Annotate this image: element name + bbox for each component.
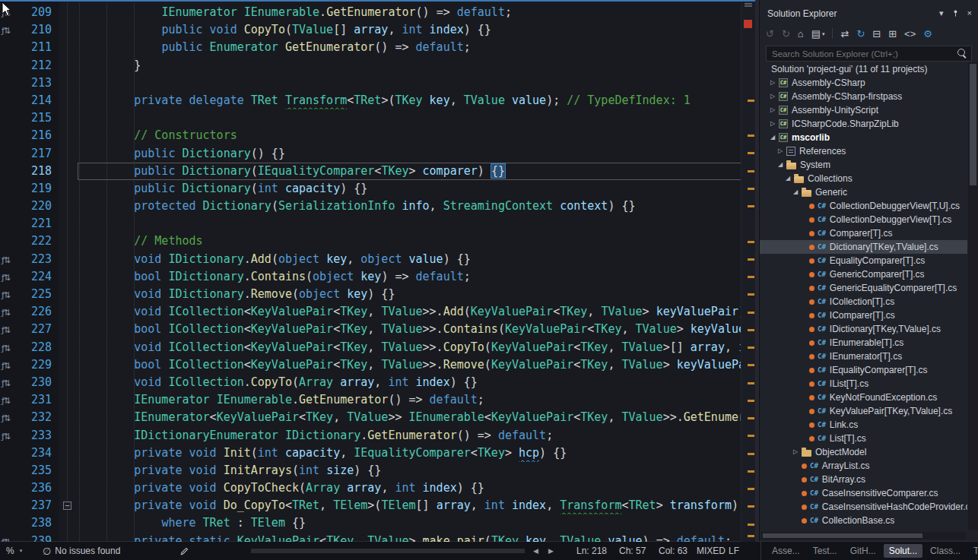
tree-item[interactable]: ▷C#ICSharpCode.SharpZipLib — [760, 117, 967, 131]
folding-margin[interactable] — [59, 4, 78, 21]
glyph-margin[interactable]: ƒ⇅ — [0, 268, 18, 286]
tree-item[interactable]: C#ArrayList.cs — [760, 459, 967, 473]
line-number[interactable]: 219 — [18, 180, 59, 198]
code-line[interactable]: ƒ⇅209 IEnumerator IEnumerable.GetEnumera… — [0, 4, 755, 21]
glyph-margin[interactable] — [0, 92, 18, 109]
line-number[interactable]: 214 — [18, 92, 59, 109]
collapsed-arrow-icon[interactable]: ▷ — [778, 148, 786, 154]
bottom-tab[interactable]: Test... — [808, 544, 843, 558]
code-line[interactable]: 234 private void Init(int capacity, IEqu… — [0, 445, 755, 462]
code-line[interactable]: ƒ⇅229 bool ICollection<KeyValuePair<TKey… — [0, 356, 755, 374]
code-text[interactable]: where TRet : TElem {} — [78, 514, 755, 532]
pen-icon[interactable] — [180, 542, 189, 560]
implements-indicator-icon[interactable]: ƒ⇅ — [2, 273, 10, 283]
line-number[interactable]: 231 — [18, 391, 59, 409]
tree-item[interactable]: ▷C#Assembly-UnityScript — [760, 103, 967, 117]
column-indicator[interactable]: Col: 63 — [659, 542, 687, 560]
folding-margin[interactable] — [59, 215, 78, 233]
folding-margin[interactable] — [59, 286, 78, 303]
code-line[interactable]: ƒ⇅233 IDictionaryEnumerator IDictionary.… — [0, 427, 755, 445]
folding-margin[interactable] — [59, 427, 78, 445]
code-text[interactable]: void IDictionary.Add(object key, object … — [78, 251, 755, 268]
code-line[interactable]: 222 // Methods — [0, 233, 755, 250]
folding-margin[interactable] — [59, 268, 78, 286]
tree-item[interactable]: ◢Collections — [760, 172, 967, 185]
code-line[interactable]: ƒ⇅225 void IDictionary.Remove(object key… — [0, 286, 755, 303]
horizontal-scrollbar-thumb[interactable] — [251, 549, 525, 553]
implements-indicator-icon[interactable]: ƒ⇅ — [2, 255, 10, 265]
code-line[interactable]: 213 — [0, 74, 755, 92]
code-text[interactable]: } — [78, 57, 755, 74]
glyph-margin[interactable]: ƒ⇅ — [0, 303, 18, 321]
tree-item[interactable]: C#IEnumerator[T].cs — [760, 350, 967, 363]
glyph-margin[interactable] — [0, 74, 18, 92]
code-line[interactable]: ƒ⇅223 void IDictionary.Add(object key, o… — [0, 251, 755, 268]
glyph-margin[interactable] — [0, 109, 18, 127]
glyph-margin[interactable]: ƒ⇅ — [0, 427, 18, 445]
line-number[interactable]: 220 — [18, 198, 59, 215]
tree-item[interactable]: C#IList[T].cs — [760, 377, 967, 391]
folding-margin[interactable] — [59, 251, 78, 268]
code-text[interactable]: void ICollection<KeyValuePair<TKey, TVal… — [78, 339, 755, 356]
code-text[interactable] — [78, 215, 755, 233]
tree-item[interactable]: ▷ObjectModel — [760, 445, 967, 459]
glyph-margin[interactable]: ƒ⇅ — [0, 409, 18, 426]
zoom-control[interactable]: % ▾ — [6, 542, 22, 560]
glyph-margin[interactable] — [0, 39, 18, 56]
folding-margin[interactable] — [59, 198, 78, 215]
code-line[interactable]: 215 — [0, 109, 755, 127]
line-number[interactable]: 221 — [18, 215, 59, 233]
collapsed-arrow-icon[interactable]: ▷ — [770, 80, 779, 86]
tree-item[interactable]: C#BitArray.cs — [760, 473, 967, 486]
tree-item[interactable]: ▷C#Assembly-CSharp — [760, 76, 967, 90]
collapsed-arrow-icon[interactable]: ▷ — [770, 107, 779, 113]
glyph-margin[interactable] — [0, 479, 18, 497]
code-line[interactable]: ƒ⇅230 void ICollection.CopyTo(Array arra… — [0, 374, 755, 391]
fold-collapse-icon[interactable]: − — [63, 501, 71, 510]
code-line[interactable]: 238 where TRet : TElem {} — [0, 514, 755, 532]
code-line[interactable]: ƒ⇅231 IEnumerator IEnumerable.GetEnumera… — [0, 391, 755, 409]
implements-indicator-icon[interactable]: ƒ⇅ — [2, 343, 10, 353]
folding-margin[interactable]: − — [59, 497, 78, 514]
tree-item[interactable]: Solution 'project-gui' (11 of 11 project… — [760, 62, 967, 76]
code-text[interactable]: public Dictionary(int capacity) {} — [78, 180, 755, 198]
glyph-margin[interactable]: ƒ⇅ — [0, 321, 18, 338]
tree-item[interactable]: ◢C#mscorlib — [760, 131, 967, 144]
code-line[interactable]: ƒ⇅239 private static KeyValuePair<TKey, … — [0, 533, 755, 542]
line-number[interactable]: 225 — [18, 286, 59, 303]
code-text[interactable] — [78, 74, 755, 92]
line-number[interactable]: 230 — [18, 374, 59, 391]
collapsed-arrow-icon[interactable]: ▷ — [770, 93, 779, 100]
expanded-arrow-icon[interactable]: ◢ — [770, 134, 779, 141]
line-number[interactable]: 215 — [18, 109, 59, 127]
implements-indicator-icon[interactable]: ƒ⇅ — [2, 26, 10, 36]
search-box[interactable] — [766, 46, 972, 62]
code-text[interactable]: void IDictionary.Remove(object key) {} — [78, 286, 755, 303]
tree-item[interactable]: C#Comparer[T].cs — [760, 226, 967, 240]
bottom-tab[interactable]: Asse... — [767, 544, 805, 558]
code-text[interactable]: public Dictionary(IEqualityComparer<TKey… — [78, 163, 755, 180]
code-line[interactable]: ƒ⇅226 void ICollection<KeyValuePair<TKey… — [0, 303, 755, 321]
tree-item[interactable]: C#GenericComparer[T].cs — [760, 267, 967, 281]
tree-item[interactable]: ◢Generic — [760, 185, 967, 199]
line-number[interactable]: 239 — [18, 533, 59, 542]
tree-item[interactable]: C#GenericEqualityComparer[T].cs — [760, 281, 967, 295]
implements-indicator-icon[interactable]: ƒ⇅ — [2, 378, 10, 388]
code-line[interactable]: ƒ⇅224 bool IDictionary.Contains(object k… — [0, 268, 755, 286]
character-indicator[interactable]: Ch: 57 — [619, 542, 646, 560]
scroll-left-arrow[interactable]: ◀ — [533, 542, 538, 560]
glyph-margin[interactable]: ƒ⇅ — [0, 356, 18, 374]
refresh-icon[interactable]: ↻ — [856, 29, 865, 39]
tree-item[interactable]: C#ICollection[T].cs — [760, 295, 967, 308]
glyph-margin[interactable] — [0, 233, 18, 250]
line-number[interactable]: 234 — [18, 445, 59, 462]
line-number[interactable]: 211 — [18, 39, 59, 56]
tree-item[interactable]: C#Link.cs — [760, 418, 967, 432]
glyph-margin[interactable]: ƒ⇅ — [0, 21, 18, 39]
tree-item[interactable]: C#CollectionDebuggerView[T].cs — [760, 213, 967, 226]
folding-margin[interactable] — [59, 339, 78, 356]
line-indicator[interactable]: Ln: 218 — [576, 542, 607, 560]
glyph-margin[interactable] — [0, 497, 18, 514]
implements-indicator-icon[interactable]: ƒ⇅ — [2, 290, 10, 300]
implements-indicator-icon[interactable]: ƒ⇅ — [2, 432, 10, 441]
